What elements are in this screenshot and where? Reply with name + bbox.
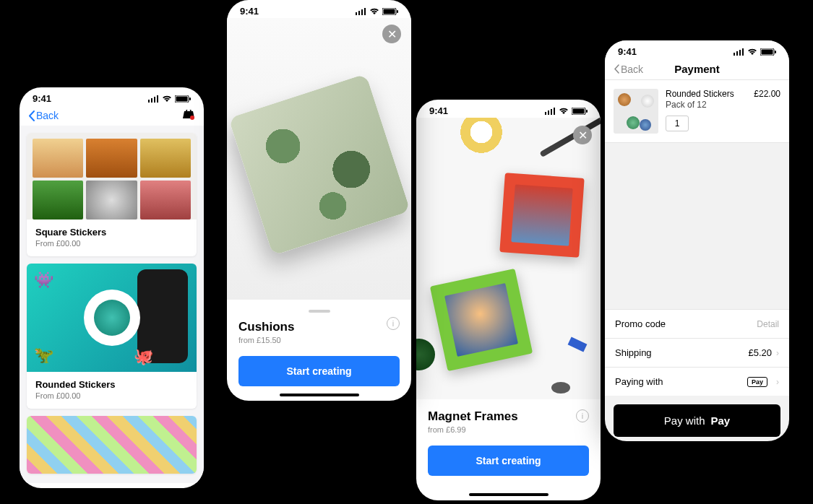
svg-rect-13: [384, 9, 395, 14]
cushion-graphic: [228, 74, 410, 256]
signal-icon: [148, 95, 159, 103]
quantity-value: 1: [675, 118, 680, 129]
close-button[interactable]: ✕: [573, 126, 592, 144]
shipping-row[interactable]: Shipping £5.20 ›: [605, 338, 789, 367]
frame-green: [430, 269, 533, 371]
product-image: [27, 133, 197, 220]
svg-rect-21: [586, 110, 588, 113]
product-image: 👾 🦖 🐙: [27, 264, 197, 372]
nav-bar: Back Payment: [605, 58, 789, 79]
status-time: 9:41: [429, 105, 448, 116]
promo-detail: Detail: [757, 319, 779, 329]
svg-rect-9: [358, 11, 360, 15]
product-card-next[interactable]: [27, 416, 197, 474]
svg-rect-8: [356, 12, 357, 15]
svg-rect-16: [548, 110, 549, 115]
phone-payment: 9:41 Back Payment Rounded Stickers Pack …: [605, 40, 789, 441]
close-button[interactable]: ✕: [382, 25, 401, 43]
close-icon: ✕: [387, 27, 397, 41]
info-icon[interactable]: i: [387, 317, 400, 330]
detail-sheet: i Cushions from £15.50 Start creating: [227, 300, 411, 399]
product-image: [27, 416, 197, 474]
signal-icon: [356, 8, 366, 15]
phone-cushion-detail: 9:41 ✕ i Cushions from £15.50 Start crea…: [227, 0, 411, 401]
svg-rect-3: [157, 95, 158, 103]
product-price: From £00.00: [35, 239, 188, 248]
product-title: Rounded Stickers: [35, 379, 188, 390]
status-bar: 9:41: [227, 0, 411, 18]
battery-icon: [175, 95, 191, 103]
detail-sheet: i Magnet Frames from £6.99 Start creatin…: [416, 399, 601, 489]
svg-rect-23: [736, 51, 738, 56]
svg-rect-0: [148, 100, 150, 103]
hero-image: [416, 118, 601, 399]
hero-image: [227, 18, 411, 300]
phone-magnet-detail: 9:41 ✕ i Magnet Frames from £6.99 Start …: [416, 100, 601, 500]
product-card-rounded-stickers[interactable]: 👾 🦖 🐙 Rounded Stickers From £00.00: [27, 264, 197, 409]
pay-brand: Pay: [711, 414, 731, 427]
status-icons: [356, 8, 398, 15]
pay-prefix: Pay with: [664, 414, 705, 427]
chevron-left-icon: [614, 64, 619, 74]
paying-with-row[interactable]: Paying with Pay ›: [605, 367, 789, 396]
svg-rect-18: [554, 108, 555, 115]
prop-eraser: [568, 336, 588, 352]
start-creating-button[interactable]: Start creating: [238, 356, 400, 386]
svg-rect-22: [734, 53, 735, 56]
info-icon[interactable]: i: [576, 409, 589, 422]
svg-rect-1: [151, 98, 152, 103]
svg-rect-2: [154, 97, 155, 103]
svg-rect-6: [189, 97, 191, 100]
product-price: From £00.00: [35, 391, 188, 400]
cart-item-name: Rounded Stickers: [666, 89, 754, 99]
sheet-handle[interactable]: [309, 310, 330, 313]
product-price: from £6.99: [428, 425, 589, 434]
back-label: Back: [36, 110, 59, 121]
cart-item-price: £22.00: [754, 89, 780, 134]
status-bar: 9:41: [20, 87, 204, 105]
svg-rect-24: [739, 50, 741, 56]
chevron-right-icon: ›: [776, 348, 779, 358]
paying-label: Paying with: [615, 376, 663, 387]
start-creating-button[interactable]: Start creating: [428, 446, 589, 476]
home-indicator[interactable]: [658, 434, 737, 437]
product-card-square-stickers[interactable]: Square Stickers From £00.00: [27, 133, 197, 256]
cart-icon[interactable]: [182, 110, 195, 121]
status-time: 9:41: [618, 46, 637, 57]
nav-bar: Back: [20, 105, 204, 126]
svg-rect-5: [176, 96, 188, 101]
svg-rect-14: [397, 10, 398, 13]
signal-icon: [545, 108, 556, 115]
home-indicator[interactable]: [469, 493, 549, 496]
svg-rect-17: [551, 109, 552, 115]
svg-rect-28: [775, 51, 776, 53]
prop-plant: [416, 339, 435, 370]
frame-red: [499, 173, 584, 257]
cart-item-thumb: [614, 89, 658, 134]
battery-icon: [760, 48, 776, 56]
svg-point-7: [190, 116, 194, 120]
quantity-stepper[interactable]: 1: [666, 116, 689, 131]
home-indicator[interactable]: [280, 394, 359, 396]
promo-row[interactable]: Promo code Detail: [605, 309, 789, 338]
product-title: Cushions: [238, 320, 400, 334]
status-time: 9:41: [240, 6, 259, 17]
signal-icon: [734, 48, 744, 56]
checkout-section: Promo code Detail Shipping £5.20 › Payin…: [605, 309, 789, 396]
close-icon: ✕: [578, 129, 588, 142]
product-title: Square Stickers: [35, 227, 188, 238]
back-button[interactable]: Back: [614, 64, 643, 75]
back-button[interactable]: Back: [28, 110, 59, 121]
apple-pay-badge: Pay: [747, 377, 767, 387]
chevron-left-icon: [28, 110, 35, 121]
battery-icon: [572, 108, 588, 115]
svg-rect-20: [573, 108, 585, 113]
product-price: from £15.50: [238, 336, 400, 344]
cart-item-row: Rounded Stickers Pack of 12 1 £22.00: [605, 79, 789, 143]
status-icons: [545, 108, 588, 115]
pay-button[interactable]: Pay with Pay: [614, 404, 780, 437]
product-scroll[interactable]: Square Stickers From £00.00 👾 🦖 🐙 Rounde…: [20, 126, 204, 483]
promo-label: Promo code: [615, 318, 666, 329]
status-time: 9:41: [33, 93, 51, 104]
shipping-price: £5.20: [748, 347, 772, 358]
